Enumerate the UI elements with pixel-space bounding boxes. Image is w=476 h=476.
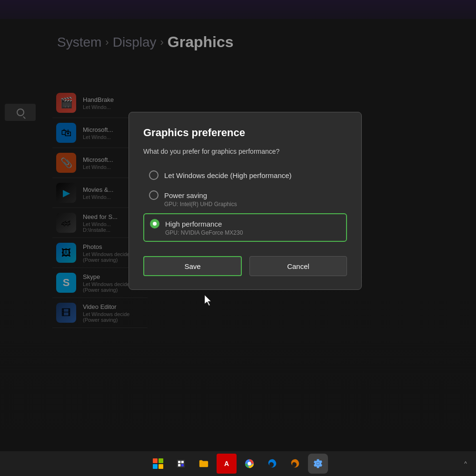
edge-icon (267, 458, 278, 469)
radio-circle-high-performance (150, 219, 159, 228)
radio-option-high-performance[interactable]: High performance GPU: NVIDIA GeForce MX2… (143, 213, 347, 242)
win-q4 (159, 464, 163, 469)
chrome-icon (244, 458, 255, 469)
svg-point-8 (317, 462, 319, 465)
taskbar-folder-icon (198, 458, 209, 469)
taskbar-file-explorer[interactable] (194, 454, 214, 474)
svg-rect-4 (178, 464, 180, 466)
taskbar-chevron[interactable]: ^ (460, 458, 471, 469)
radio-label-power-saving: Power saving (164, 191, 207, 199)
taskbar-edge[interactable] (262, 454, 282, 474)
svg-rect-3 (181, 461, 184, 463)
radio-group: Let Windows decide (High performance) Po… (143, 166, 347, 242)
edge-dev-icon (290, 458, 300, 469)
dialog-question: What do you prefer for graphics performa… (143, 148, 347, 155)
radio-sub-high-performance: GPU: NVIDIA GeForce MX230 (165, 229, 340, 236)
taskbar-right: ^ (460, 458, 471, 469)
taskbar-acrobat[interactable]: A (217, 454, 237, 474)
save-button[interactable]: Save (143, 256, 242, 276)
windows-logo (153, 458, 163, 469)
radio-label-let-windows: Let Windows decide (High performance) (164, 171, 292, 179)
radio-label-high-performance: High performance (165, 220, 222, 228)
win-q1 (153, 458, 158, 463)
taskbar-settings[interactable] (308, 454, 328, 474)
taskbar-search[interactable] (171, 454, 191, 474)
taskbar-chrome[interactable] (239, 454, 259, 474)
radio-circle-power-saving (149, 190, 159, 200)
win-q2 (159, 458, 163, 463)
radio-option-power-saving[interactable]: Power saving GPU: Intel(R) UHD Graphics (143, 186, 347, 212)
radio-sub-power-saving: GPU: Intel(R) UHD Graphics (164, 201, 341, 208)
acrobat-label: A (224, 460, 229, 467)
graphics-preference-dialog: Graphics preference What do you prefer f… (129, 112, 362, 290)
taskbar-edge-dev[interactable] (285, 454, 305, 474)
win-q3 (153, 464, 158, 469)
taskbar: A ^ (0, 451, 476, 476)
cancel-button[interactable]: Cancel (249, 256, 347, 276)
svg-rect-2 (178, 461, 180, 463)
taskbar-search-icon (176, 459, 186, 468)
svg-rect-1 (177, 460, 185, 468)
radio-row: High performance (150, 219, 340, 228)
radio-option-let-windows[interactable]: Let Windows decide (High performance) (143, 166, 347, 185)
svg-point-7 (248, 462, 251, 465)
taskbar-start-button[interactable] (148, 454, 168, 474)
radio-row: Let Windows decide (High performance) (149, 170, 341, 180)
dialog-buttons: Save Cancel (143, 256, 347, 276)
radio-row: Power saving (149, 190, 341, 200)
settings-icon (313, 458, 323, 469)
radio-circle-let-windows (149, 170, 159, 180)
dialog-title: Graphics preference (143, 127, 347, 139)
svg-rect-5 (181, 464, 184, 466)
